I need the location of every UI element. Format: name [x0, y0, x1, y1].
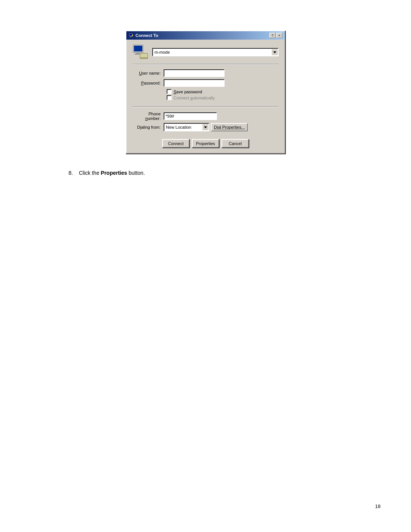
svg-rect-8 — [136, 53, 139, 54]
titlebar-left: Connect To — [129, 33, 158, 38]
dialing-location-select[interactable]: New Location — [164, 123, 209, 131]
svg-rect-11 — [140, 54, 147, 58]
close-button[interactable]: × — [276, 33, 282, 38]
connect-auto-item: Connect automatically — [167, 95, 279, 100]
phone-number-input[interactable] — [164, 112, 217, 120]
svg-rect-7 — [134, 46, 142, 51]
dial-properties-button[interactable]: Dial Properties... — [211, 123, 248, 131]
svg-point-5 — [132, 35, 133, 36]
svg-rect-2 — [130, 36, 132, 37]
cancel-button[interactable]: Cancel — [221, 139, 249, 148]
connection-dropdown-wrapper: m-mode — [152, 48, 279, 56]
instruction-text-after: button. — [127, 170, 145, 176]
help-button[interactable]: ? — [269, 33, 276, 38]
checkboxes-row: Save password Connect automatically — [132, 89, 279, 100]
instruction-bold-text: Properties — [101, 170, 127, 176]
svg-rect-12 — [140, 58, 148, 58]
dialing-from-label: Dialing from: — [132, 125, 164, 129]
button-row: Connect Properties Cancel — [132, 139, 279, 148]
titlebar-buttons: ? × — [269, 33, 282, 38]
page-number: 18 — [375, 503, 381, 509]
connection-select[interactable]: m-mode — [152, 48, 279, 56]
phone-number-row: Phone number: — [132, 112, 279, 121]
phone-number-label: Phone number: — [132, 112, 164, 121]
dialog-titlebar: Connect To ? × — [126, 31, 285, 40]
connect-auto-label: Connect automatically — [174, 96, 215, 100]
connect-to-dialog: Connect To ? × — [126, 30, 285, 154]
phone-section: Phone number: Dialing from: New Location — [132, 110, 279, 135]
instruction-text: 8. Click the Properties button. — [68, 169, 342, 177]
connect-button[interactable]: Connect — [162, 139, 190, 148]
dialog-body: m-mode User name: Passwor — [126, 40, 285, 153]
separator-2 — [132, 106, 279, 107]
username-row: User name: — [132, 69, 279, 77]
instruction-text-before: Click the — [79, 170, 101, 176]
dialing-from-row: Dialing from: New Location Dial Properti… — [132, 123, 279, 131]
credentials-section: User name: Password: — [132, 68, 279, 103]
separator-1 — [132, 64, 279, 65]
username-label: User name: — [132, 71, 164, 75]
password-label: Password: — [132, 81, 164, 85]
dialog-wrapper: Connect To ? × — [68, 30, 342, 154]
save-password-label: Save password — [174, 89, 202, 94]
save-password-item: Save password — [167, 89, 279, 94]
password-row: Password: — [132, 79, 279, 87]
dialing-select-wrapper: New Location Dial Properties... — [164, 123, 248, 131]
dialog-title-icon — [129, 33, 134, 38]
connect-auto-checkbox[interactable] — [167, 95, 172, 100]
save-password-checkbox[interactable] — [167, 89, 172, 94]
top-section: m-mode — [132, 44, 279, 60]
password-input[interactable] — [164, 79, 225, 87]
username-input[interactable] — [164, 69, 225, 77]
svg-rect-3 — [129, 37, 132, 37]
properties-button[interactable]: Properties — [192, 139, 219, 148]
step-number: 8. — [68, 170, 73, 176]
dialog-title-text: Connect To — [135, 33, 158, 38]
network-icon — [132, 44, 148, 60]
